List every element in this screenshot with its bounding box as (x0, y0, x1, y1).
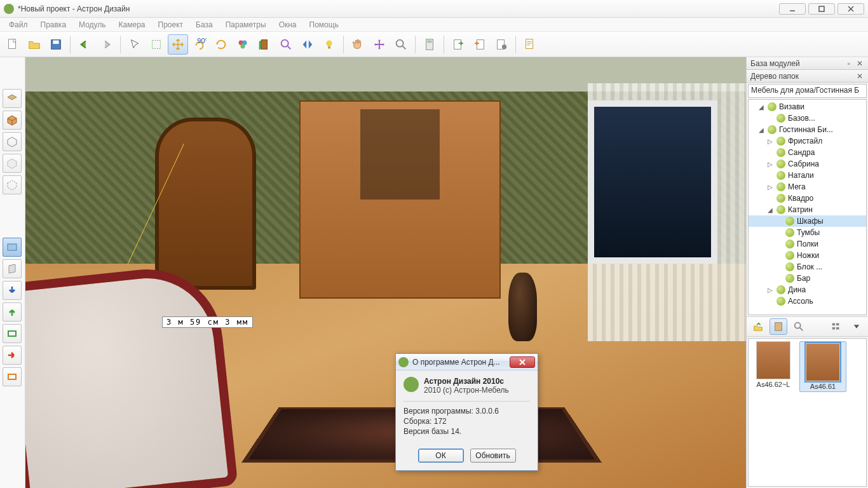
save-icon[interactable] (46, 34, 66, 55)
search-icon[interactable] (790, 318, 808, 335)
tree-expander-icon[interactable]: ▷ (766, 184, 774, 191)
tree-item[interactable]: ◢Гостинная Би... (749, 124, 866, 135)
tree-item-label: Фристайл (788, 137, 822, 146)
tree-item[interactable]: ▷Сабрина (749, 158, 866, 170)
redo-icon[interactable] (96, 34, 116, 55)
tree-item[interactable]: Бар (749, 273, 866, 284)
menu-module[interactable]: Модуль (72, 19, 112, 30)
folder-icon (785, 274, 794, 283)
menu-base[interactable]: База (189, 19, 219, 30)
tree-item[interactable]: Ассоль (749, 295, 866, 307)
breadcrumb[interactable]: Мебель для дома/Гостинная Б (748, 84, 867, 98)
tree-item[interactable]: Натали (749, 170, 866, 181)
tree-item[interactable]: Базов... (749, 112, 866, 124)
wall-side-icon[interactable] (3, 259, 22, 278)
maximize-button[interactable] (808, 3, 835, 15)
light-icon[interactable] (319, 34, 339, 55)
thumbnail-item[interactable]: As46.61 (799, 341, 846, 392)
tree-panel-header[interactable]: Дерево папок ✕ (747, 70, 868, 83)
tree-item[interactable]: Полки (749, 238, 866, 250)
select-icon[interactable] (125, 34, 145, 55)
arrow-right-red-icon[interactable] (3, 346, 22, 365)
tree-expander-icon[interactable]: ◢ (757, 104, 765, 111)
export-icon[interactable] (448, 34, 468, 55)
ok-button[interactable]: ОК (418, 449, 464, 463)
settings-icon[interactable] (491, 34, 512, 55)
pan-icon[interactable] (348, 34, 368, 55)
tree-expander-icon[interactable]: ▷ (766, 287, 774, 294)
view-wire-icon[interactable] (3, 132, 22, 151)
panel-close-icon[interactable]: ✕ (855, 59, 864, 68)
update-button[interactable]: Обновить (470, 449, 516, 463)
3d-viewport[interactable]: 3 м 59 см 3 мм О программе Астрон Д... А… (25, 57, 746, 488)
thumbnail-list[interactable]: As46.62~LAs46.61 (748, 338, 867, 487)
menu-params[interactable]: Параметры (219, 19, 273, 30)
rotate90-icon[interactable]: 90° (189, 34, 210, 55)
view-list-icon[interactable] (827, 318, 845, 335)
menu-help[interactable]: Помощь (303, 19, 345, 30)
folder-icon (785, 262, 794, 271)
view-large-icon[interactable] (770, 318, 787, 335)
magnify-icon[interactable] (276, 34, 296, 55)
view-ghost-icon[interactable] (3, 154, 22, 173)
tree-item[interactable]: Блок ... (749, 261, 866, 273)
tree-expander-icon[interactable]: ▷ (766, 161, 774, 168)
tree-item[interactable]: ▷Фристайл (749, 135, 866, 147)
tree-item[interactable]: ▷Дина (749, 284, 866, 295)
marquee-icon[interactable] (146, 34, 166, 55)
menu-windows[interactable]: Окна (273, 19, 303, 30)
rotate-icon[interactable] (211, 34, 231, 55)
tree-item-label: Визави (779, 102, 804, 111)
arrow-up-green-icon[interactable] (3, 302, 22, 322)
open-icon[interactable] (24, 34, 44, 55)
close-button[interactable] (837, 3, 864, 15)
svg-point-15 (326, 40, 332, 46)
menu-edit[interactable]: Правка (34, 19, 73, 30)
box-green-icon[interactable] (3, 324, 22, 343)
new-icon[interactable] (3, 34, 23, 55)
tree-expander-icon[interactable]: ▷ (766, 138, 774, 145)
modules-panel-header[interactable]: База модулей ▫ ✕ (747, 57, 868, 70)
tree-item[interactable]: ▷Мега (749, 181, 866, 193)
menu-camera[interactable]: Камера (112, 19, 152, 30)
orbit-icon[interactable] (369, 34, 390, 55)
arrow-down-blue-icon[interactable] (3, 281, 22, 300)
dialog-close-button[interactable] (510, 356, 535, 368)
view-options-icon[interactable] (848, 318, 865, 335)
thumbnail-item[interactable]: As46.62~L (751, 341, 796, 392)
mirror-icon[interactable] (297, 34, 318, 55)
move-icon[interactable] (168, 34, 188, 55)
materials-icon[interactable] (233, 34, 253, 55)
zoom-icon[interactable] (391, 34, 411, 55)
tree-item[interactable]: ◢Катрин (749, 204, 866, 215)
import-icon[interactable] (470, 34, 490, 55)
undo-icon[interactable] (74, 34, 95, 55)
tree-item[interactable]: ◢Визави (749, 101, 866, 112)
up-folder-icon[interactable] (749, 318, 767, 335)
svg-text:90°: 90° (197, 37, 207, 44)
view-3d-icon[interactable] (3, 111, 22, 130)
door-icon[interactable] (254, 34, 275, 55)
minimize-button[interactable] (779, 3, 806, 15)
report-icon[interactable] (520, 34, 540, 55)
calc-icon[interactable] (419, 34, 440, 55)
titlebar: *Новый проект - Астрон Дизайн (0, 0, 868, 18)
tree-item[interactable]: Ножки (749, 250, 866, 261)
tree-item[interactable]: Шкафы (749, 215, 866, 227)
tree-item[interactable]: Сандра (749, 147, 866, 158)
tree-item[interactable]: Квадро (749, 193, 866, 204)
panel-pin-icon[interactable]: ▫ (844, 59, 853, 68)
tree-expander-icon[interactable]: ◢ (757, 126, 765, 133)
wall-front-icon[interactable] (3, 238, 22, 257)
folder-tree[interactable]: ◢ВизавиБазов...◢Гостинная Би...▷Фристайл… (748, 99, 867, 315)
menu-project[interactable]: Проект (152, 19, 190, 30)
view-hidden-icon[interactable] (3, 175, 22, 194)
tree-expander-icon[interactable]: ◢ (766, 207, 774, 214)
box-orange-icon[interactable] (3, 367, 22, 386)
view-top-icon[interactable] (3, 89, 22, 108)
dialog-titlebar[interactable]: О программе Астрон Д... (396, 354, 538, 370)
menu-file[interactable]: Файл (3, 19, 34, 30)
tree-item[interactable]: Тумбы (749, 227, 866, 238)
panel-close-icon[interactable]: ✕ (855, 72, 864, 81)
svg-marker-29 (8, 95, 17, 100)
